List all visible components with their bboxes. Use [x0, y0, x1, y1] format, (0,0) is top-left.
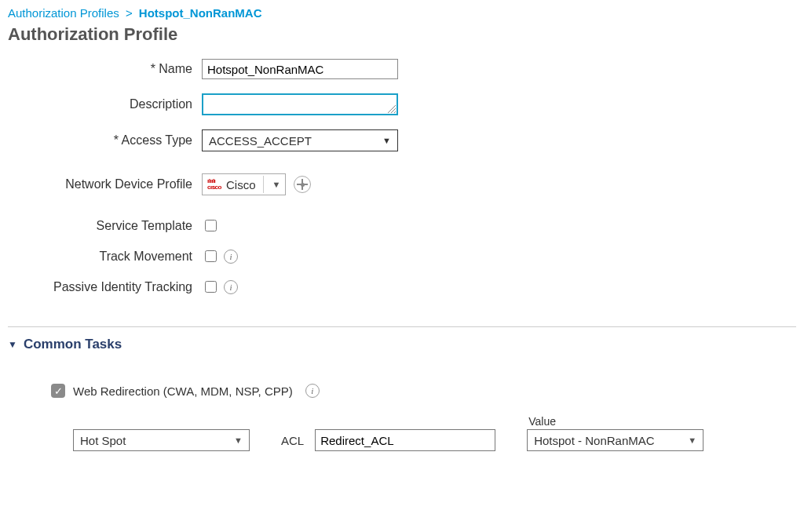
value-group: Value Hotspot - NonRanMAC ▼	[527, 415, 704, 451]
chevron-down-icon: ▼	[688, 435, 696, 445]
value-label: Value	[527, 415, 704, 428]
description-label: Description	[8, 97, 202, 111]
acl-group: ACL	[281, 429, 495, 451]
web-redirection-controls: Hot Spot ▼ ACL Value Hotspot - NonRanMAC…	[51, 415, 796, 451]
row-description: Description	[8, 93, 796, 115]
value-select-value: Hotspot - NonRanMAC	[534, 434, 654, 447]
info-icon[interactable]: i	[224, 250, 238, 264]
breadcrumb-parent[interactable]: Authorization Profiles	[8, 6, 119, 20]
common-tasks-header[interactable]: ▼ Common Tasks	[8, 337, 796, 352]
track-movement-checkbox[interactable]	[205, 250, 217, 262]
page-title: Authorization Profile	[8, 24, 796, 45]
redirect-type-select[interactable]: Hot Spot ▼	[73, 429, 250, 451]
row-passive-identity: Passive Identity Tracking i	[8, 279, 796, 295]
breadcrumb-separator: >	[126, 6, 133, 20]
common-tasks-title: Common Tasks	[24, 337, 122, 352]
info-icon[interactable]: i	[224, 280, 238, 294]
ndp-select[interactable]: ılıılıcısco Cisco ▼	[202, 173, 286, 195]
row-service-template: Service Template	[8, 217, 796, 234]
row-access-type: * Access Type ACCESS_ACCEPT ▼	[8, 129, 796, 151]
ndp-label: Network Device Profile	[8, 177, 202, 191]
collapse-arrow-icon: ▼	[8, 339, 17, 350]
chevron-down-icon: ▼	[234, 435, 243, 445]
service-template-checkbox[interactable]	[205, 220, 217, 231]
passive-identity-label: Passive Identity Tracking	[8, 280, 202, 294]
cisco-logo-icon: ılıılıcısco	[207, 178, 221, 191]
row-track-movement: Track Movement i	[8, 248, 796, 264]
redirect-type-value: Hot Spot	[80, 434, 126, 447]
row-network-device-profile: Network Device Profile ılıılıcısco Cisco…	[8, 173, 796, 195]
access-type-select[interactable]: ACCESS_ACCEPT ▼	[202, 129, 398, 151]
value-select[interactable]: Hotspot - NonRanMAC ▼	[527, 429, 704, 451]
chevron-down-icon: ▼	[382, 136, 391, 145]
web-redirection-label: Web Redirection (CWA, MDM, NSP, CPP)	[73, 384, 293, 398]
service-template-label: Service Template	[8, 219, 202, 233]
web-redirection-checkbox[interactable]: ✓	[51, 384, 65, 398]
scope-icon[interactable]	[294, 176, 311, 193]
chevron-down-icon: ▼	[272, 180, 280, 189]
access-type-label: * Access Type	[8, 133, 202, 148]
name-label: * Name	[8, 62, 202, 76]
passive-identity-checkbox[interactable]	[205, 281, 217, 293]
acl-input[interactable]	[315, 429, 495, 451]
description-input[interactable]	[202, 93, 398, 115]
row-web-redirection: ✓ Web Redirection (CWA, MDM, NSP, CPP) i	[51, 384, 796, 398]
section-common-tasks: ▼ Common Tasks ✓ Web Redirection (CWA, M…	[8, 326, 796, 451]
access-type-value: ACCESS_ACCEPT	[209, 134, 312, 148]
divider	[263, 176, 264, 193]
breadcrumb-current: Hotspot_NonRanMAC	[139, 6, 262, 20]
acl-label: ACL	[281, 434, 304, 447]
track-movement-label: Track Movement	[8, 250, 202, 264]
ndp-value: Cisco	[226, 178, 256, 191]
breadcrumb: Authorization Profiles > Hotspot_NonRanM…	[8, 6, 796, 20]
row-name: * Name	[8, 59, 796, 79]
name-input[interactable]	[202, 59, 398, 79]
info-icon[interactable]: i	[305, 384, 320, 398]
